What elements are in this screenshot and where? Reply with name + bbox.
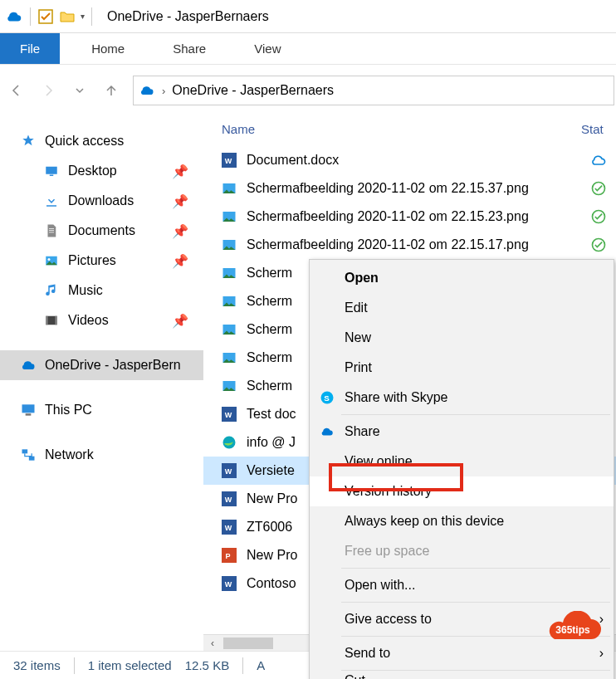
ctx-free-up: Free up space [310, 536, 614, 566]
ctx-new[interactable]: New [310, 323, 614, 353]
pin-icon: 📌 [172, 164, 188, 179]
ctx-edit[interactable]: Edit [310, 293, 614, 323]
navigation-row: › OneDrive - JasperBernaers [0, 70, 616, 111]
tab-share[interactable]: Share [156, 33, 222, 64]
column-name[interactable]: Name [222, 122, 581, 136]
ctx-share-skype[interactable]: S Share with Skype [310, 383, 614, 413]
image-icon [222, 237, 237, 252]
address-bar[interactable]: › OneDrive - JasperBernaers [133, 76, 614, 105]
svg-text:W: W [225, 524, 232, 532]
sidebar-onedrive[interactable]: OneDrive - JasperBern [0, 350, 203, 380]
sidebar-this-pc[interactable]: This PC [0, 395, 203, 425]
ctx-open-with[interactable]: Open with... [310, 570, 614, 600]
back-button[interactable] [2, 76, 32, 105]
onedrive-icon [318, 423, 336, 441]
svg-rect-7 [56, 316, 57, 325]
checkbox-qat-icon[interactable] [37, 8, 54, 25]
ctx-cut[interactable]: Cut [310, 672, 614, 679]
folder-qat-icon[interactable] [59, 8, 76, 25]
sidebar-item-label: Quick access [45, 134, 124, 149]
sidebar-desktop[interactable]: Desktop 📌 [0, 156, 203, 186]
window-title: OneDrive - JasperBernaers [102, 9, 269, 24]
qat-dropdown-icon[interactable]: ▾ [81, 12, 85, 21]
skype-icon: S [318, 388, 336, 407]
svg-text:W: W [225, 580, 232, 589]
word-icon: W [222, 463, 237, 478]
column-status[interactable]: Stat [581, 122, 616, 136]
onedrive-icon [139, 82, 155, 99]
svg-rect-6 [46, 316, 47, 325]
pin-icon: 📌 [172, 193, 188, 209]
status-item-count: 32 items [13, 658, 61, 672]
sidebar-network[interactable]: Network [0, 440, 203, 470]
status-synced-icon [581, 180, 616, 197]
image-icon [222, 209, 237, 224]
svg-rect-1 [46, 167, 57, 174]
tab-file[interactable]: File [0, 33, 60, 64]
svg-rect-8 [22, 404, 35, 413]
sidebar-item-label: Desktop [68, 164, 117, 178]
menu-divider [341, 602, 610, 603]
image-icon [222, 266, 237, 281]
svg-text:365tips: 365tips [555, 624, 590, 636]
sidebar-quick-access[interactable]: Quick access [0, 126, 203, 156]
word-icon: W [222, 491, 237, 506]
navigation-pane: Quick access Desktop 📌 Downloads 📌 Docum… [0, 111, 203, 651]
recent-dropdown[interactable] [65, 76, 95, 105]
edge-icon [222, 435, 237, 450]
file-row[interactable]: Schermafbeelding 2020-11-02 om 22.15.17.… [203, 231, 616, 259]
sidebar-pictures[interactable]: Pictures 📌 [0, 246, 203, 276]
videos-icon [43, 312, 60, 329]
breadcrumb-root[interactable]: OneDrive - JasperBernaers [172, 83, 334, 98]
up-button[interactable] [96, 76, 126, 105]
status-availability: A [257, 658, 265, 672]
sidebar-downloads[interactable]: Downloads 📌 [0, 186, 203, 216]
powerpoint-icon: P [222, 548, 237, 563]
image-icon [222, 350, 237, 365]
pictures-icon [43, 252, 60, 269]
ctx-share[interactable]: Share [310, 417, 614, 447]
ctx-always-keep[interactable]: Always keep on this device [310, 506, 614, 536]
separator [242, 657, 243, 674]
ctx-open[interactable]: Open [310, 263, 614, 293]
menu-divider [341, 414, 610, 415]
svg-text:P: P [226, 552, 231, 560]
tab-view[interactable]: View [237, 33, 297, 64]
column-headers[interactable]: Name Stat [203, 111, 616, 146]
file-row[interactable]: Schermafbeelding 2020-11-02 om 22.15.37.… [203, 174, 616, 203]
status-synced-icon [581, 237, 616, 253]
sidebar-item-label: Music [68, 283, 103, 298]
sidebar-music[interactable]: Music [0, 276, 203, 305]
365tips-badge: 365tips [543, 611, 603, 647]
file-name: Schermafbeelding 2020-11-02 om 22.15.37.… [247, 181, 571, 196]
breadcrumb-chevron-icon[interactable]: › [162, 85, 165, 97]
svg-rect-11 [29, 457, 35, 461]
svg-text:W: W [225, 467, 232, 476]
word-icon: W [222, 520, 237, 535]
menu-divider [341, 568, 610, 569]
ctx-view-online[interactable]: View online [310, 447, 614, 476]
file-row[interactable]: Schermafbeelding 2020-11-02 om 22.15.23.… [203, 203, 616, 231]
chevron-right-icon: › [599, 646, 604, 661]
pin-icon: 📌 [172, 223, 188, 239]
onedrive-icon [20, 357, 37, 374]
sidebar-item-label: This PC [45, 403, 92, 418]
svg-text:S: S [324, 393, 330, 403]
tab-home[interactable]: Home [75, 33, 141, 64]
status-size: 12.5 KB [185, 658, 229, 672]
sidebar-documents[interactable]: Documents 📌 [0, 216, 203, 246]
star-icon [20, 133, 37, 149]
scroll-left-icon[interactable]: ‹ [203, 637, 222, 649]
sidebar-item-label: Pictures [68, 253, 116, 268]
pin-icon: 📌 [172, 313, 188, 329]
file-row[interactable]: W Document.docx [203, 146, 616, 174]
menu-divider [341, 670, 610, 671]
network-icon [20, 447, 37, 463]
scroll-thumb[interactable] [223, 637, 273, 649]
ctx-version-history[interactable]: Version history [310, 476, 614, 506]
sidebar-videos[interactable]: Videos 📌 [0, 305, 203, 335]
desktop-icon [43, 163, 60, 179]
status-synced-icon [581, 208, 616, 225]
file-name: Document.docx [247, 153, 571, 168]
ctx-print[interactable]: Print [310, 353, 614, 383]
